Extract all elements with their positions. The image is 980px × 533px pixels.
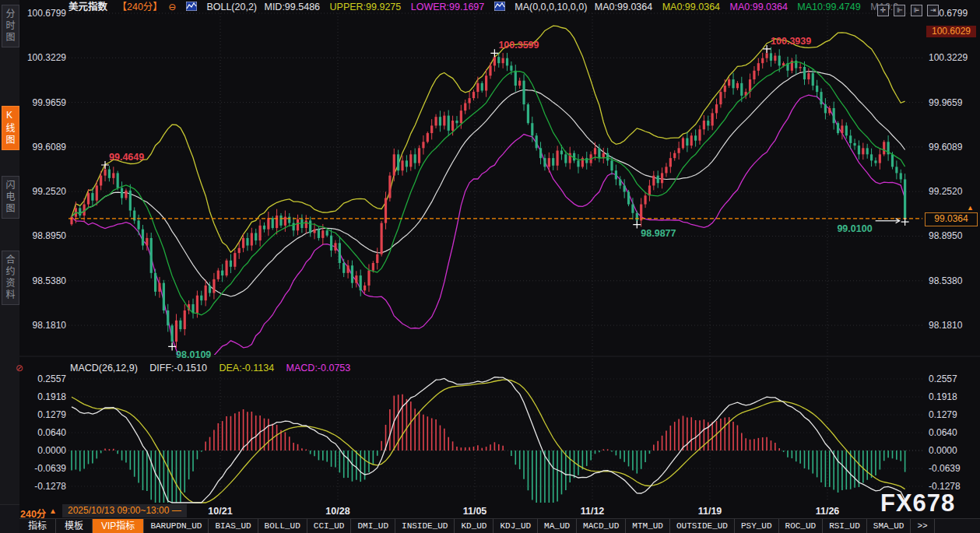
sidebar-item-2[interactable]: 闪电图 <box>2 176 19 219</box>
left-sidebar: 分时图K线图闪电图合约资料 <box>0 0 19 504</box>
indicator-tab-1[interactable]: 模板 <box>56 519 93 533</box>
indicator-tab-16[interactable]: ROC_UD <box>779 519 824 533</box>
session-range-box[interactable]: 2025/10/13 09:00~13:00 — <box>62 504 187 517</box>
bottom-left-corner <box>0 504 19 533</box>
price-axis-label-right-5: 98.8950 <box>929 230 977 241</box>
indicator-tab-13[interactable]: MTM_UD <box>626 519 670 533</box>
price-axis-label-left-0: 100.6799 <box>22 8 66 19</box>
macd-macd-value: MACD:-0.0753 <box>286 363 351 373</box>
pan-icon[interactable]: ✛ <box>877 5 889 16</box>
indicator-tab-0[interactable]: 指标 <box>19 519 56 533</box>
period-label: 【240分】 <box>118 2 163 12</box>
macd-axis-label-right-2: 0.1279 <box>929 409 977 420</box>
session-high-badge: 100.6029 <box>926 26 976 37</box>
x-axis-date-0: 10/21 <box>208 506 232 517</box>
indicator-tab-9[interactable]: KD_UD <box>455 519 494 533</box>
price-axis-label-left-3: 99.6089 <box>22 142 66 153</box>
price-axis-label-right-3: 99.6089 <box>929 142 977 153</box>
price-annotation-99.4649: 99.4649 <box>109 152 144 163</box>
macd-axis-label-left-0: 0.2557 <box>22 373 66 384</box>
price-axis-label-left-5: 98.8950 <box>22 230 66 241</box>
x-axis-date-4: 11/19 <box>698 506 722 517</box>
indicator-tab-4[interactable]: BIAS_UD <box>209 519 258 533</box>
price-axis-label-right-2: 99.9659 <box>929 97 977 108</box>
x-axis-date-5: 11/26 <box>816 506 840 517</box>
macd-axis-label-right-3: 0.0640 <box>929 427 977 438</box>
macd-dea-value: DEA:-0.1134 <box>219 363 274 373</box>
macd-axis-label-right-5: -0.0639 <box>929 463 977 474</box>
boll-upper-value: UPPER:99.9275 <box>330 2 402 12</box>
boll-lower-value: LOWER:99.1697 <box>411 2 485 12</box>
price-annotation-99.0100: 99.0100 <box>837 223 872 234</box>
sidebar-item-0[interactable]: 分时图 <box>2 5 19 47</box>
price-up-arrow-icon: ▲ <box>967 204 974 212</box>
price-axis-label-left-7: 98.1810 <box>22 320 66 331</box>
indicator-header: 美元指数 【240分】 ⊖ BOLL(20,2) MID:99.5486 UPP… <box>68 1 905 13</box>
collapse-icon[interactable]: ⊖ <box>168 2 176 12</box>
macd-panel-icon[interactable]: ⊘ <box>16 363 23 373</box>
macd-diff-value: DIFF:-0.1510 <box>149 363 207 373</box>
price-axis-label-right-1: 100.3229 <box>929 52 977 63</box>
macd-axis-label-left-5: -0.0639 <box>22 463 66 474</box>
date-axis-row: 240分 ▲ 2025/10/13 09:00~13:00 — 10/2110/… <box>0 504 980 518</box>
price-annotation-98.9877: 98.9877 <box>641 228 676 239</box>
macd-axis-label-right-4: 0.0000 <box>929 445 977 456</box>
sidebar-item-1[interactable]: K线图 <box>2 106 19 150</box>
price-axis-label-left-6: 98.5380 <box>22 275 66 286</box>
period-up-arrow-icon[interactable]: ▲ <box>49 507 57 515</box>
ma0-value-3: MA0:99.0364 <box>730 2 788 12</box>
ma-label: MA(0,0,0,10,0,0) <box>515 2 587 12</box>
x-axis-date-1: 10/28 <box>325 506 349 517</box>
pane-shift-icon[interactable]: ⇥ <box>927 5 939 16</box>
price-axis-label-right-6: 98.5380 <box>929 275 977 286</box>
watermark-logo: FX678 <box>880 489 955 517</box>
ma-indicator-icon <box>494 2 505 11</box>
indicator-tab-5[interactable]: BOLL_UD <box>258 519 307 533</box>
macd-title: MACD(26,12,9) <box>70 363 138 373</box>
macd-axis-label-right-0: 0.2557 <box>929 373 977 384</box>
indicator-tab-18[interactable]: SMA_UD <box>867 519 912 533</box>
macd-axis-label-left-1: 0.1918 <box>22 391 66 402</box>
ma0-value-2: MA0:99.0364 <box>662 2 720 12</box>
x-axis-date-3: 11/12 <box>581 506 605 517</box>
indicator-tab-15[interactable]: PSY_UD <box>735 519 779 533</box>
price-chart-svg[interactable]: 99.464998.0109100.359998.9877100.393999.… <box>0 0 980 504</box>
boll-indicator-icon <box>186 2 197 11</box>
indicator-tab-17[interactable]: RSI_UD <box>823 519 867 533</box>
macd-axis-label-right-1: 0.1918 <box>929 391 977 402</box>
indicator-tab-11[interactable]: MA_UD <box>538 519 577 533</box>
indicator-tab-12[interactable]: MACD_UD <box>577 519 626 533</box>
x-axis-date-2: 11/05 <box>463 506 487 517</box>
symbol-name: 美元指数 <box>68 2 107 12</box>
indicator-tab-3[interactable]: BARUPDN_UD <box>144 519 209 533</box>
price-annotation-100.3599: 100.3599 <box>498 40 539 51</box>
price-axis-label-left-4: 99.2520 <box>22 186 66 197</box>
price-annotation-98.0109: 98.0109 <box>176 349 211 360</box>
indicator-tab-8[interactable]: INSIDE_UD <box>395 519 455 533</box>
indicator-tab-2[interactable]: VIP指标 <box>93 519 144 533</box>
sidebar-item-3[interactable]: 合约资料 <box>2 251 19 305</box>
macd-axis-label-left-4: 0.0000 <box>22 445 66 456</box>
ma10-value: MA10:99.4749 <box>797 2 860 12</box>
indicator-tab-19[interactable]: >> <box>911 519 934 533</box>
price-axis-label-right-7: 98.1810 <box>929 320 977 331</box>
macd-axis-label-left-2: 0.1279 <box>22 409 66 420</box>
boll-label: BOLL(20,2) <box>206 2 257 12</box>
last-price-badge: 99.0364 <box>925 212 978 226</box>
ma0-value-1: MA0:99.0364 <box>595 2 652 12</box>
macd-axis-label-left-6: -0.1278 <box>22 481 66 492</box>
macd-axis-label-left-3: 0.0640 <box>22 427 66 438</box>
price-annotation-100.3939: 100.3939 <box>771 36 811 47</box>
chart-toolbar-icons: ✛ ⊩ ⊫ ⇥ <box>877 2 940 16</box>
chart-application: 分时图K线图闪电图合约资料 美元指数 【240分】 ⊖ BOLL(20,2) M… <box>0 0 980 533</box>
indicator-tab-6[interactable]: CCI_UD <box>307 519 352 533</box>
axis-left-icon[interactable]: ⊩ <box>894 5 905 16</box>
indicator-tab-7[interactable]: DMI_UD <box>351 519 395 533</box>
macd-header: MACD(26,12,9) DIFF:-0.1510 DEA:-0.1134 M… <box>70 363 360 373</box>
indicator-tab-14[interactable]: OUTSIDE_UD <box>670 519 735 533</box>
indicator-tab-10[interactable]: KDJ_UD <box>494 519 538 533</box>
boll-mid-value: MID:99.5486 <box>264 2 320 12</box>
axis-right-icon[interactable]: ⊫ <box>911 5 922 16</box>
price-axis-label-left-2: 99.9659 <box>22 97 66 108</box>
indicator-tab-bar: 指标模板VIP指标BARUPDN_UDBIAS_UDBOLL_UDCCI_UDD… <box>19 518 980 533</box>
